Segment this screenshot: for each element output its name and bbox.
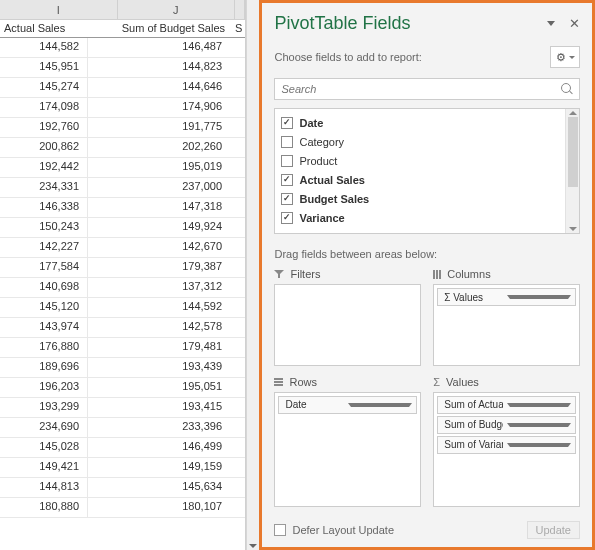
update-button[interactable]: Update: [527, 521, 580, 539]
cell-actual[interactable]: 140,698: [0, 278, 88, 297]
chevron-down-icon[interactable]: [507, 403, 571, 407]
cell-actual[interactable]: 146,338: [0, 198, 88, 217]
cell-budget[interactable]: 233,396: [88, 418, 236, 437]
table-row[interactable]: 145,028146,499: [0, 438, 245, 458]
pane-options-dropdown-icon[interactable]: [547, 21, 555, 26]
cell-actual[interactable]: 150,243: [0, 218, 88, 237]
field-item-category[interactable]: Category: [281, 132, 559, 151]
defer-checkbox[interactable]: [274, 524, 286, 536]
cell-actual[interactable]: 189,696: [0, 358, 88, 377]
cell-actual[interactable]: 234,331: [0, 178, 88, 197]
table-row[interactable]: 192,442195,019: [0, 158, 245, 178]
field-item-variance[interactable]: ✓Variance: [281, 208, 559, 227]
cell-budget[interactable]: 147,318: [88, 198, 236, 217]
header-actual-sales[interactable]: Actual Sales: [0, 20, 88, 37]
cell-actual[interactable]: 149,421: [0, 458, 88, 477]
table-row[interactable]: 192,760191,775: [0, 118, 245, 138]
table-row[interactable]: 140,698137,312: [0, 278, 245, 298]
cell-budget[interactable]: 149,159: [88, 458, 236, 477]
table-row[interactable]: 177,584179,387: [0, 258, 245, 278]
table-row[interactable]: 145,274144,646: [0, 78, 245, 98]
fields-scrollbar[interactable]: [565, 109, 579, 233]
cell-budget[interactable]: 144,592: [88, 298, 236, 317]
cell-budget[interactable]: 149,924: [88, 218, 236, 237]
rows-dropzone[interactable]: Date: [274, 392, 421, 508]
cell-budget[interactable]: 179,481: [88, 338, 236, 357]
cell-budget[interactable]: 195,051: [88, 378, 236, 397]
search-box[interactable]: [274, 78, 580, 100]
cell-budget[interactable]: 193,415: [88, 398, 236, 417]
field-item-actual-sales[interactable]: ✓Actual Sales: [281, 170, 559, 189]
cell-actual[interactable]: 142,227: [0, 238, 88, 257]
cell-actual[interactable]: 143,974: [0, 318, 88, 337]
cell-actual[interactable]: 145,951: [0, 58, 88, 77]
cell-budget[interactable]: 237,000: [88, 178, 236, 197]
table-row[interactable]: 200,862202,260: [0, 138, 245, 158]
column-letter-j[interactable]: J: [118, 0, 236, 19]
area-pill[interactable]: Σ Values: [437, 288, 576, 306]
cell-budget[interactable]: 142,578: [88, 318, 236, 337]
vertical-scrollbar[interactable]: [246, 0, 259, 550]
area-pill[interactable]: Sum of Actual Sales: [437, 396, 576, 414]
cell-actual[interactable]: 193,299: [0, 398, 88, 417]
cell-budget[interactable]: 142,670: [88, 238, 236, 257]
cell-actual[interactable]: 144,582: [0, 38, 88, 57]
table-row[interactable]: 196,203195,051: [0, 378, 245, 398]
cell-actual[interactable]: 145,274: [0, 78, 88, 97]
scroll-up-icon[interactable]: [569, 111, 577, 115]
cell-actual[interactable]: 234,690: [0, 418, 88, 437]
scroll-thumb[interactable]: [568, 117, 578, 187]
field-item-product[interactable]: Product: [281, 151, 559, 170]
table-row[interactable]: 145,120144,592: [0, 298, 245, 318]
cell-budget[interactable]: 179,387: [88, 258, 236, 277]
search-input[interactable]: [281, 83, 561, 95]
values-dropzone[interactable]: Sum of Actual SalesSum of Budget SalesSu…: [433, 392, 580, 508]
columns-dropzone[interactable]: Σ Values: [433, 284, 580, 366]
cell-budget[interactable]: 174,906: [88, 98, 236, 117]
checkbox[interactable]: ✓: [281, 174, 293, 186]
close-icon[interactable]: ✕: [569, 16, 580, 31]
field-item-date[interactable]: ✓Date: [281, 113, 559, 132]
checkbox[interactable]: ✓: [281, 117, 293, 129]
cell-actual[interactable]: 177,584: [0, 258, 88, 277]
checkbox[interactable]: [281, 155, 293, 167]
cell-actual[interactable]: 145,120: [0, 298, 88, 317]
cell-actual[interactable]: 196,203: [0, 378, 88, 397]
field-item-budget-sales[interactable]: ✓Budget Sales: [281, 189, 559, 208]
table-row[interactable]: 150,243149,924: [0, 218, 245, 238]
area-pill[interactable]: Sum of Variance: [437, 436, 576, 454]
cell-budget[interactable]: 193,439: [88, 358, 236, 377]
checkbox[interactable]: ✓: [281, 193, 293, 205]
cell-actual[interactable]: 174,098: [0, 98, 88, 117]
area-pill[interactable]: Sum of Budget Sales: [437, 416, 576, 434]
cell-actual[interactable]: 144,813: [0, 478, 88, 497]
cell-budget[interactable]: 137,312: [88, 278, 236, 297]
table-row[interactable]: 174,098174,906: [0, 98, 245, 118]
cell-budget[interactable]: 180,107: [88, 498, 236, 517]
table-row[interactable]: 144,813145,634: [0, 478, 245, 498]
tools-button[interactable]: ⚙: [550, 46, 580, 68]
cell-budget[interactable]: 146,499: [88, 438, 236, 457]
table-row[interactable]: 142,227142,670: [0, 238, 245, 258]
search-icon[interactable]: [561, 83, 573, 95]
table-row[interactable]: 144,582146,487: [0, 38, 245, 58]
table-row[interactable]: 146,338147,318: [0, 198, 245, 218]
cell-budget[interactable]: 145,634: [88, 478, 236, 497]
cell-budget[interactable]: 144,646: [88, 78, 236, 97]
table-row[interactable]: 189,696193,439: [0, 358, 245, 378]
cell-actual[interactable]: 192,760: [0, 118, 88, 137]
chevron-down-icon[interactable]: [507, 443, 571, 447]
chevron-down-icon[interactable]: [507, 423, 571, 427]
chevron-down-icon[interactable]: [348, 403, 412, 407]
table-row[interactable]: 176,880179,481: [0, 338, 245, 358]
checkbox[interactable]: ✓: [281, 212, 293, 224]
header-budget-sales[interactable]: Sum of Budget Sales: [88, 20, 235, 37]
table-row[interactable]: 234,331237,000: [0, 178, 245, 198]
chevron-down-icon[interactable]: [507, 295, 571, 299]
cell-budget[interactable]: 202,260: [88, 138, 236, 157]
table-row[interactable]: 143,974142,578: [0, 318, 245, 338]
cell-actual[interactable]: 180,880: [0, 498, 88, 517]
cell-budget[interactable]: 195,019: [88, 158, 236, 177]
cell-actual[interactable]: 176,880: [0, 338, 88, 357]
table-row[interactable]: 180,880180,107: [0, 498, 245, 518]
